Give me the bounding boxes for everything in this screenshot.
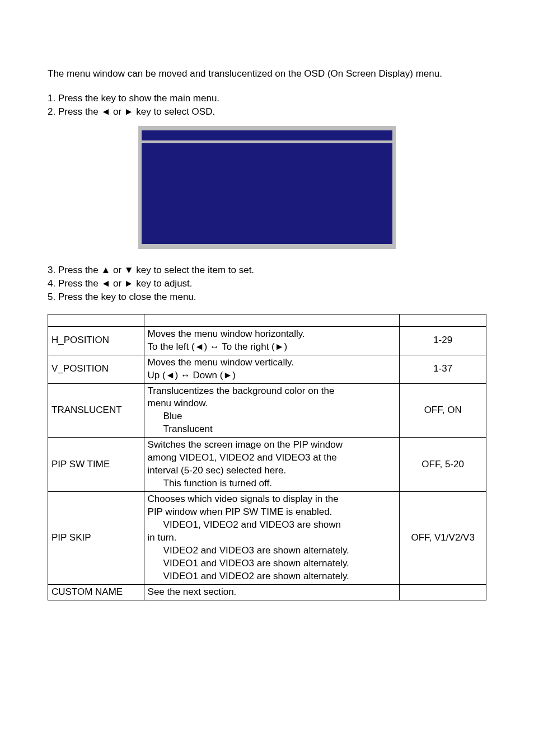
row-value: 1-29 (400, 326, 486, 355)
osd-tabbar (142, 130, 392, 140)
row-value: OFF, 5-20 (400, 438, 486, 492)
row-value: OFF, ON (400, 383, 486, 438)
step-1: 1. Press the key to show the main menu. (48, 92, 486, 105)
table-header-row (48, 314, 486, 326)
row-label: CUSTOM NAME (48, 584, 144, 600)
steps-list-1: 1. Press the key to show the main menu. … (48, 92, 486, 119)
row-desc: See the next section. (144, 584, 400, 600)
settings-table: H_POSITION Moves the menu window horizon… (48, 314, 486, 600)
row-desc: Moves the menu window horizontally. To t… (144, 326, 400, 355)
steps-list-2: 3. Press the ▲ or ▼ key to select the it… (48, 264, 486, 303)
row-label: V_POSITION (48, 355, 144, 383)
step-4: 4. Press the ◄ or ► key to adjust. (48, 277, 486, 290)
table-row: V_POSITION Moves the menu window vertica… (48, 355, 486, 383)
table-row: TRANSLUCENT Translucentizes the backgrou… (48, 383, 486, 438)
table-row: PIP SKIP Chooses which video signals to … (48, 492, 486, 585)
row-desc: Switches the screen image on the PIP win… (144, 438, 400, 492)
header-desc (144, 314, 400, 326)
osd-window (138, 126, 396, 249)
row-desc: Translucentizes the background color on … (144, 383, 400, 438)
row-value: 1-37 (400, 355, 486, 383)
intro-text: The menu window can be moved and translu… (48, 67, 486, 81)
row-value (400, 584, 486, 600)
header-value (400, 314, 486, 326)
row-value: OFF, V1/V2/V3 (400, 492, 486, 585)
header-item (48, 314, 144, 326)
row-label: PIP SW TIME (48, 438, 144, 492)
row-label: TRANSLUCENT (48, 383, 144, 438)
row-desc: Moves the menu window vertically. Up (◄)… (144, 355, 400, 383)
row-label: H_POSITION (48, 326, 144, 355)
row-label: PIP SKIP (48, 492, 144, 585)
osd-body (142, 143, 392, 244)
step-5: 5. Press the key to close the menu. (48, 290, 486, 304)
step-3: 3. Press the ▲ or ▼ key to select the it… (48, 264, 486, 277)
table-row: CUSTOM NAME See the next section. (48, 584, 486, 600)
osd-screenshot (48, 126, 486, 249)
row-desc: Chooses which video signals to display i… (144, 492, 400, 585)
table-row: PIP SW TIME Switches the screen image on… (48, 438, 486, 492)
table-row: H_POSITION Moves the menu window horizon… (48, 326, 486, 355)
step-2: 2. Press the ◄ or ► key to select OSD. (48, 105, 486, 119)
